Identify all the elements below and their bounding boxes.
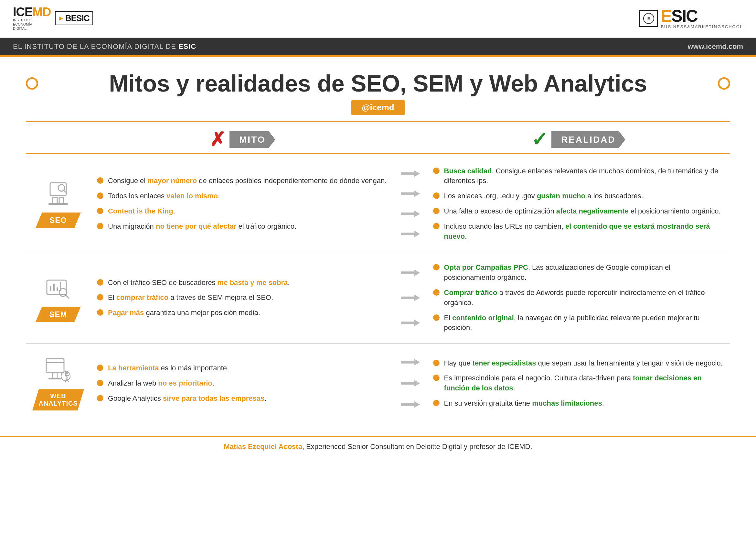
check-mark-icon: ✓	[531, 130, 548, 150]
svg-line-14	[66, 295, 69, 298]
main-title: Mitos y realidades de SEO, SEM y Web Ana…	[38, 70, 718, 97]
wa-mito-2: Analizar la web no es prioritario.	[97, 379, 388, 388]
main-content: Mitos y realidades de SEO, SEM y Web Ana…	[0, 57, 756, 430]
arrow-8	[401, 359, 420, 366]
icemd-logo: ICEMD INSTITUTO ECONOMÍADIGITAL	[13, 6, 52, 31]
seo-section: SEO Consigue el mayor número de enlaces …	[26, 162, 730, 246]
footer-name: Matias Ezequiel Acosta	[224, 442, 302, 451]
seo-icon-col: SEO	[26, 162, 91, 246]
divider-gray-1	[26, 252, 730, 252]
subtitle-row: @icemd	[26, 100, 730, 115]
bullet-dot	[433, 168, 440, 174]
arrow-9	[401, 380, 420, 386]
web-analytics-icon-col: WEB ANALYTICS	[26, 350, 91, 417]
title-row: Mitos y realidades de SEO, SEM y Web Ana…	[26, 70, 730, 97]
subtitle-badge: @icemd	[351, 100, 405, 115]
sem-realidad-3: El contenido original, la navegación y l…	[433, 313, 724, 333]
seo-realidad-col: Busca calidad. Consigue enlaces relevant…	[427, 162, 730, 246]
seo-svg-icon	[44, 180, 73, 209]
seo-mito-2: Todos los enlaces valen lo mismo.	[97, 191, 388, 201]
title-circle-left	[26, 77, 38, 90]
bullet-dot	[97, 223, 103, 229]
svg-rect-17	[53, 373, 57, 378]
web-analytics-svg-icon	[44, 356, 73, 385]
wa-mito-3: Google Analytics sirve para todas las em…	[97, 394, 388, 404]
bullet-dot	[97, 192, 103, 199]
divider-gray-2	[26, 343, 730, 344]
bullet-dot	[97, 279, 103, 286]
arrow-2	[401, 190, 420, 197]
bullet-dot	[97, 309, 103, 316]
arrow-3	[401, 211, 420, 217]
sem-badge: SEM	[36, 307, 81, 322]
sem-realidad-1: Opta por Campañas PPC. Las actualizacion…	[433, 263, 724, 283]
arrow-10	[401, 401, 420, 408]
bullet-dot	[97, 177, 103, 184]
svg-rect-15	[46, 359, 64, 372]
bullet-dot	[97, 208, 103, 214]
sem-icon	[44, 274, 73, 303]
wa-arrow-col	[394, 350, 427, 417]
wa-realidad-2: Es imprescindible para el negocio. Cultu…	[433, 373, 724, 393]
arrow-7	[401, 320, 420, 326]
svg-point-22	[65, 371, 68, 374]
realidad-badge: REALIDAD	[552, 131, 625, 148]
seo-realidad-2: Los enlaces .org, .edu y .gov gustan muc…	[433, 191, 724, 201]
bullet-dot	[433, 400, 440, 406]
divider-orange-2	[26, 153, 730, 154]
seo-mito-col: Consigue el mayor número de enlaces posi…	[91, 162, 394, 246]
svg-text:E: E	[647, 16, 650, 21]
sem-icon-col: SEM	[26, 258, 91, 337]
title-circle-right	[718, 77, 730, 90]
arrow-6	[401, 295, 420, 301]
topbar-right: www.icemd.com	[688, 42, 743, 51]
footer-text: , Experienced Senior Consultant en Deloi…	[302, 442, 532, 451]
bullet-dot	[97, 294, 103, 300]
web-analytics-section: WEB ANALYTICS La herramienta es lo más i…	[26, 350, 730, 417]
bullet-dot	[97, 365, 103, 371]
sem-section: SEM Con el tráfico SEO de buscadores me …	[26, 258, 730, 337]
divider-orange-1	[26, 121, 730, 122]
sem-mito-2: El comprar tráfico a través de SEM mejor…	[97, 293, 388, 303]
sem-arrow-col	[394, 258, 427, 337]
esic-emblem-icon: E	[643, 13, 655, 24]
esic-main-text: ESIC	[661, 8, 743, 24]
arrow-4	[401, 231, 420, 237]
bullet-dot	[433, 360, 440, 366]
sem-svg-icon	[44, 274, 73, 303]
sem-mito-col: Con el tráfico SEO de buscadores me bast…	[91, 258, 394, 337]
arrow-1	[401, 170, 420, 177]
bullet-dot	[433, 192, 440, 199]
topbar-left: EL INSTITUTO DE LA ECONOMÍA DIGITAL DE E…	[13, 42, 196, 51]
esic-left-logo: ▶ BESIC	[55, 11, 93, 25]
logo-left: ICEMD INSTITUTO ECONOMÍADIGITAL ▶ BESIC	[13, 6, 93, 31]
mito-badge: MITO	[230, 131, 275, 148]
web-analytics-mito-col: La herramienta es lo más importante. Ana…	[91, 350, 394, 417]
bullet-dot	[433, 289, 440, 296]
seo-realidad-1: Busca calidad. Consigue enlaces relevant…	[433, 166, 724, 186]
bullet-dot	[97, 380, 103, 386]
seo-icon	[44, 180, 73, 209]
page-header: ICEMD INSTITUTO ECONOMÍADIGITAL ▶ BESIC …	[0, 0, 756, 38]
web-analytics-icon	[44, 356, 73, 385]
topbar: EL INSTITUTO DE LA ECONOMÍA DIGITAL DE E…	[0, 38, 756, 55]
svg-rect-8	[47, 280, 66, 295]
bullet-dot	[433, 223, 440, 229]
web-analytics-realidad-col: Hay que tener especialistas que sepan us…	[427, 350, 730, 417]
arrow-5	[401, 269, 420, 276]
bullet-dot	[97, 395, 103, 401]
seo-badge: SEO	[36, 212, 81, 228]
footer: Matias Ezequiel Acosta, Experienced Seni…	[0, 436, 756, 456]
sem-mito-3: Pagar más garantiza una mejor posición m…	[97, 308, 388, 318]
x-mark-icon: ✗	[209, 130, 226, 150]
mito-header-col: ✗ MITO	[91, 130, 394, 150]
sem-realidad-2: Comprar tráfico a través de Adwords pued…	[433, 288, 724, 308]
realidad-header-col: ✓ REALIDAD	[427, 130, 730, 150]
seo-realidad-3: Una falta o exceso de optimización afect…	[433, 206, 724, 216]
bullet-dot	[433, 208, 440, 214]
wa-mito-1: La herramienta es lo más importante.	[97, 363, 388, 373]
esic-right-emblem: E	[639, 10, 658, 27]
wa-realidad-3: En su versión gratuita tiene muchas limi…	[433, 399, 724, 408]
seo-mito-3: Content is the King.	[97, 206, 388, 216]
seo-arrow-col	[394, 162, 427, 246]
